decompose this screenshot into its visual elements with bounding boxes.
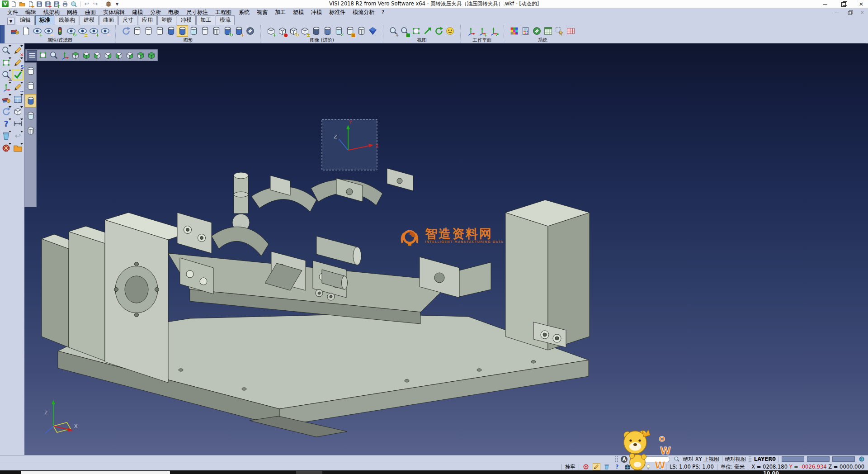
dynamic-pan-icon[interactable] bbox=[422, 25, 433, 37]
open-copy-icon[interactable]: + bbox=[27, 0, 34, 8]
menu-item-12[interactable]: 视窗 bbox=[253, 8, 271, 16]
circled-a-icon[interactable]: A bbox=[621, 456, 627, 463]
calculator-icon[interactable] bbox=[520, 25, 531, 37]
refresh-visibility-icon[interactable]: ↻ bbox=[66, 25, 77, 37]
view-axonometric-icon[interactable] bbox=[135, 50, 146, 61]
display-transparent-icon[interactable] bbox=[25, 109, 36, 123]
toolbar-options-dropdown-icon[interactable]: ▼ bbox=[7, 18, 14, 25]
redo-icon[interactable]: ↪ bbox=[92, 0, 99, 8]
tab-8[interactable]: 冲模 bbox=[177, 15, 196, 25]
zoom-extents-icon[interactable] bbox=[410, 25, 422, 37]
3d-viewport[interactable]: Y X Z Z X bbox=[24, 43, 868, 455]
child-restore-icon[interactable] bbox=[847, 10, 852, 15]
workplane-view-icon[interactable] bbox=[59, 50, 70, 61]
open-file-icon[interactable] bbox=[19, 0, 26, 8]
attributes-icon[interactable] bbox=[0, 94, 12, 105]
solid-show-icon[interactable]: + bbox=[265, 25, 277, 37]
copy-attributes-icon[interactable] bbox=[20, 25, 32, 37]
view-iso-icon[interactable] bbox=[146, 50, 156, 61]
undo-icon[interactable]: ↩ bbox=[12, 130, 24, 142]
quick-access-more-icon[interactable]: ▾ bbox=[113, 0, 121, 8]
minimize-button-icon[interactable] bbox=[822, 1, 828, 7]
selection-options-icon[interactable] bbox=[554, 25, 565, 37]
display-shaded-icon[interactable] bbox=[25, 94, 36, 108]
tab-7[interactable]: 塑膜 bbox=[157, 15, 176, 25]
child-close-icon[interactable]: × bbox=[859, 10, 864, 15]
save-as-icon[interactable]: + bbox=[44, 0, 52, 8]
edit-mode-icon[interactable] bbox=[593, 463, 600, 470]
sketch-icon[interactable]: ~ bbox=[12, 81, 24, 93]
validate-solid-icon[interactable]: ✓ bbox=[333, 25, 344, 37]
close-button-icon[interactable]: × bbox=[858, 1, 864, 7]
menu-item-18[interactable]: ? bbox=[378, 8, 388, 16]
wireframe-mode-icon[interactable] bbox=[132, 25, 143, 37]
analysis-cylinder-icon[interactable] bbox=[311, 25, 322, 37]
regenerate-display-icon[interactable] bbox=[120, 25, 132, 37]
open-file-icon[interactable] bbox=[12, 142, 24, 154]
view-top-icon[interactable] bbox=[70, 50, 80, 61]
shade-copy-icon[interactable]: + bbox=[233, 25, 245, 37]
visi-logo-icon[interactable]: V bbox=[2, 0, 9, 7]
shade-regenerate-icon[interactable]: ↻ bbox=[222, 25, 233, 37]
zoom-dynamic-icon[interactable]: ± bbox=[0, 69, 12, 81]
tab-1[interactable]: 标准 bbox=[35, 15, 54, 25]
workplane-move-icon[interactable]: ↗ bbox=[488, 25, 499, 37]
view-left-icon[interactable] bbox=[92, 50, 102, 61]
solid-shade-icon[interactable] bbox=[367, 25, 378, 37]
erase-entity-icon[interactable]: ✕ bbox=[12, 45, 24, 56]
navigation-compass-icon[interactable] bbox=[0, 142, 12, 154]
flat-shade-mode-icon[interactable] bbox=[199, 25, 211, 37]
about-visi-icon[interactable] bbox=[105, 0, 112, 8]
window-layout-icon[interactable] bbox=[12, 94, 24, 105]
confirm-icon[interactable] bbox=[12, 69, 24, 81]
display-settings-icon[interactable] bbox=[245, 25, 256, 37]
zoom-window-icon[interactable]: ■ bbox=[399, 25, 410, 37]
render-mode-icon[interactable] bbox=[634, 463, 642, 470]
workplane-icon[interactable] bbox=[0, 81, 12, 93]
hidden-line-mode-icon[interactable] bbox=[143, 25, 154, 37]
color-table-icon[interactable] bbox=[509, 25, 520, 37]
tab-5[interactable]: 尺寸 bbox=[118, 15, 137, 25]
toggle-visibility-icon[interactable]: ± bbox=[77, 25, 88, 37]
system-settings-icon[interactable] bbox=[531, 25, 542, 37]
layer-indicator[interactable]: LAYER0 bbox=[754, 456, 776, 462]
child-minimize-icon[interactable] bbox=[834, 10, 839, 15]
workplane-by-entity-icon[interactable]: + bbox=[476, 25, 488, 37]
menu-item-15[interactable]: 冲模 bbox=[307, 8, 326, 16]
workplane-set-icon[interactable] bbox=[465, 25, 476, 37]
show-all-icon[interactable]: + bbox=[88, 25, 99, 37]
analysis-cylinder-2-icon[interactable] bbox=[322, 25, 333, 37]
tab-4[interactable]: 曲面 bbox=[99, 15, 118, 25]
solid-regenerate-icon[interactable]: ↻ bbox=[288, 25, 299, 37]
zoom-extents-icon[interactable] bbox=[38, 50, 48, 61]
toolbar-grip[interactable] bbox=[615, 456, 618, 462]
transparent-mode-icon[interactable] bbox=[188, 25, 199, 37]
hatched-mode-icon[interactable] bbox=[211, 25, 222, 37]
dynamic-rotate-icon[interactable] bbox=[433, 25, 444, 37]
shaded-mode-icon[interactable] bbox=[165, 25, 177, 37]
view-right-icon[interactable] bbox=[103, 50, 113, 61]
table-window-icon[interactable] bbox=[542, 25, 554, 37]
command-input[interactable] bbox=[21, 471, 170, 474]
view-bottom-icon[interactable] bbox=[81, 50, 91, 61]
view-orientation-icon[interactable] bbox=[444, 25, 456, 37]
shaded-edges-mode-icon[interactable] bbox=[177, 25, 188, 37]
view-back-icon[interactable] bbox=[124, 50, 135, 61]
menu-item-16[interactable]: 标准件 bbox=[326, 8, 349, 16]
zoom-in-icon[interactable]: + bbox=[388, 25, 399, 37]
measure-distance-icon[interactable] bbox=[12, 118, 24, 129]
solid-toggle-icon[interactable]: ± bbox=[299, 25, 311, 37]
print-icon[interactable] bbox=[61, 0, 69, 8]
copy-solid-icon[interactable]: ■ bbox=[344, 25, 356, 37]
spline-edit-icon[interactable]: S bbox=[12, 57, 24, 68]
solid-filter-icon[interactable]: ● bbox=[277, 25, 288, 37]
menu-item-11[interactable]: 系统 bbox=[235, 8, 253, 16]
regenerate-icon[interactable] bbox=[0, 106, 12, 117]
hide-all-icon[interactable]: − bbox=[99, 25, 111, 37]
tab-3[interactable]: 建模 bbox=[80, 15, 99, 25]
tab-2[interactable]: 线架构 bbox=[55, 15, 79, 25]
zoom-previous-icon[interactable] bbox=[0, 45, 12, 56]
dashed-hidden-mode-icon[interactable] bbox=[154, 25, 165, 37]
visibility-filter-icon[interactable] bbox=[54, 25, 66, 37]
save-icon[interactable] bbox=[36, 0, 43, 8]
